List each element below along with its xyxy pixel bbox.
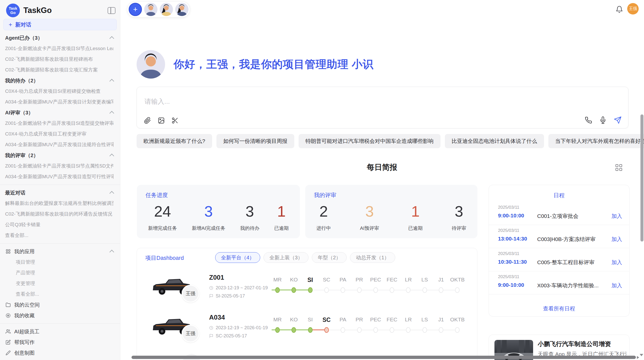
event-join-link[interactable]: 加入 [611,213,622,220]
event-date: 2025/03/11 [498,274,519,279]
project-code: Z001 [209,274,224,281]
sidebar-item[interactable]: A034-全新新能源MUV产品开发项目造型可行性评审 [0,171,120,182]
milestone-dot-LS [422,327,427,333]
scissors-icon[interactable] [171,117,179,124]
user-avatar[interactable]: 王强 [627,3,639,14]
milestone-dot-LR [406,327,411,333]
sidebar-item[interactable]: A034-全新新能源MUV产品开发项目法规符合性评审 [0,139,120,150]
event-join-link[interactable]: 加入 [611,259,622,266]
sidebar-section-header-section-2[interactable]: AI评审（3） [0,107,120,118]
chevron-up-icon [109,79,114,83]
image-icon[interactable] [158,117,165,124]
milestone-dot-SI [308,287,313,293]
phone-call-icon[interactable] [585,116,592,124]
layout-grid-icon[interactable] [616,164,622,171]
event-time: 10:30-11:30 [498,259,527,265]
sidebar-item-my-apps[interactable]: 我的应用 [0,246,120,257]
stat-label: 已逾期 [408,225,423,232]
sidebar-item[interactable]: C0X4-动力总成开发项目SI里程碑提交物检查 [0,86,120,97]
milestone-label-SI: SI [308,317,313,323]
sidebar-group-label: AI超级员工 [14,328,39,335]
vertical-scrollbar[interactable] [640,114,643,242]
sidebar-divider [0,243,120,244]
sidebar-subitem[interactable]: 项目管理 [0,257,120,267]
task-progress-title: 任务进度 [145,191,168,199]
horizontal-scrollbar[interactable] [131,356,636,359]
milestone-label-SC: SC [323,317,331,323]
cloud-icon [6,302,11,307]
milestone-dot-PR [357,327,362,333]
sidebar-subitem[interactable]: 变更管理 [0,278,120,289]
sidebar-collapse-icon[interactable] [108,7,115,14]
sidebar-item[interactable]: Z001-全新燃油轻卡产品开发项目SI造型提交物评审 [0,118,120,129]
sidebar-item-help-me-write[interactable]: 帮我写作 [0,337,120,348]
sidebar-item[interactable]: 解释最新出台的欧盟报废车法规再生塑料比例被调至15%... [0,198,120,209]
suggestion-chip[interactable]: 欧洲新规最近颁布了什么? [137,134,212,148]
dashboard-tab[interactable]: 全新上装（3） [264,252,309,263]
sidebar-section-header-section-0[interactable]: Agent已办（3） [0,33,120,43]
sidebar-item[interactable]: A034-全新新能源MUV产品开发项目计划变更表编写 [0,97,120,107]
stat-label: 新增AI完成任务 [192,225,225,232]
event-time: 13:00-14:30 [498,236,527,242]
sidebar-item[interactable]: C0X4-动力总成开发项目工程变更评审 [0,129,120,139]
contact-avatar[interactable] [175,3,188,16]
dashboard-tab[interactable]: 年型（2） [312,252,347,263]
milestone-dot-SC [324,327,329,333]
dashboard-tab[interactable]: 动总开发（1） [350,252,395,263]
suggestion-chip[interactable]: 当下年轻人对汽车外观有怎样的喜好趋势 [548,134,644,148]
news-title: 小鹏飞行汽车制造公司增资 [538,340,611,348]
sidebar-item[interactable]: C02-飞腾新能源轻客改款项目立项汇报方案 [0,65,120,75]
sidebar-section-header-section-3[interactable]: 我的评审（2） [0,150,120,161]
new-chat-button[interactable]: + 新对话 [3,19,117,30]
sidebar-item-ai-super-staff[interactable]: AI超级员工 [0,326,120,337]
sidebar-subitem[interactable]: 产品管理 [0,267,120,278]
apps-grid-icon [6,249,11,254]
task-progress-card: 任务进度 24新增完成任务3新增AI完成任务3我的待办1已逾期 [137,185,300,238]
contact-avatar[interactable] [160,3,173,16]
schedule-event: 2025/03/1113:00-14:30C003|H0B-方案冻结评审加入 [489,225,629,248]
event-join-link[interactable]: 加入 [611,236,622,243]
sidebar-item-creative-drawing[interactable]: 创意制图 [0,348,120,358]
suggestion-chip[interactable]: 比亚迪全固态电池计划具体说了什么 [445,134,544,148]
notifications-bell-icon[interactable] [616,6,623,13]
chevron-up-icon [109,154,114,158]
event-date: 2025/03/11 [498,205,519,210]
sidebar-group-label: 我的云空间 [14,302,40,308]
view-all-schedule-link[interactable]: 查看所有日程 [489,305,629,312]
event-title: X003-车辆动力学性能验... [537,282,599,289]
dashboard-tab[interactable]: 全新平台（4） [215,252,260,263]
sidebar-item[interactable]: Z001-全新燃油皮卡产品开发项目SI节点Lesson Learn报告 [0,43,120,54]
sidebar-item[interactable]: 公司Q3轻卡销量 [0,219,120,230]
attachment-icon[interactable] [144,117,151,124]
project-dashboard-card: 项目Dashboard 全新平台（4）全新上装（3）年型（2）动总开发（1） 王… [137,248,477,360]
event-title: C001-立项审批会 [537,213,578,220]
contact-avatar[interactable] [144,3,157,16]
scroll-right-arrow-icon[interactable] [637,356,639,359]
suggestion-chip[interactable]: 如何写一份清晰的项目周报 [216,134,294,148]
sidebar-item[interactable]: Z001-全新燃油轻卡产品开发项目SI节点属性5D文件评审 [0,161,120,171]
milestone-dot-MR [275,327,280,333]
my-review-card: 我的评审 2进行中3AI预评审1已逾期3待评审 [305,185,477,238]
sidebar-section-header-section-1[interactable]: 我的待办（2） [0,75,120,86]
milestone-dot-PA [341,327,345,333]
suggestion-chip[interactable]: 特朗普可能对进口汽车增税会对中国车企造成哪些影响 [299,134,441,148]
milestone-dot-PEC [373,327,378,333]
event-join-link[interactable]: 加入 [611,282,622,289]
microphone-icon[interactable] [599,116,607,124]
sidebar-section-header-recent[interactable]: 最近对话 [0,187,120,198]
scroll-down-arrow-icon[interactable] [640,354,643,356]
sidebar-item-favorites[interactable]: 我的收藏 [0,310,120,321]
schedule-event: 2025/03/1110:30-11:30C005-整车工程目标评审加入 [489,248,629,271]
sidebar-item[interactable]: C02-飞腾新能源轻客改款项目的闭环通告反馈情况 [0,209,120,219]
sidebar-subitem[interactable]: 查看全部... [0,289,120,299]
add-contact-button[interactable]: + [129,3,142,16]
sidebar-item-cloud-space[interactable]: 我的云空间 [0,299,120,310]
message-input[interactable] [144,97,501,111]
project-row-A034[interactable]: 王强A0342023-12-19 ~ 2026-01-19SC-2025-05-… [137,310,477,351]
sidebar-item[interactable]: 查看全部... [0,230,120,241]
send-icon[interactable] [614,116,622,124]
milestone-label-MR: MR [273,277,282,283]
sidebar-item[interactable]: C02-飞腾新能源轻客改款项目里程碑画布 [0,54,120,65]
project-row-Z001[interactable]: 王强Z0012023-12-19 ~ 2027-01-19SI-2025-05-… [137,271,477,311]
schedule-card: 日程 2025/03/119:00-10:00C001-立项审批会加入2025/… [489,185,630,317]
